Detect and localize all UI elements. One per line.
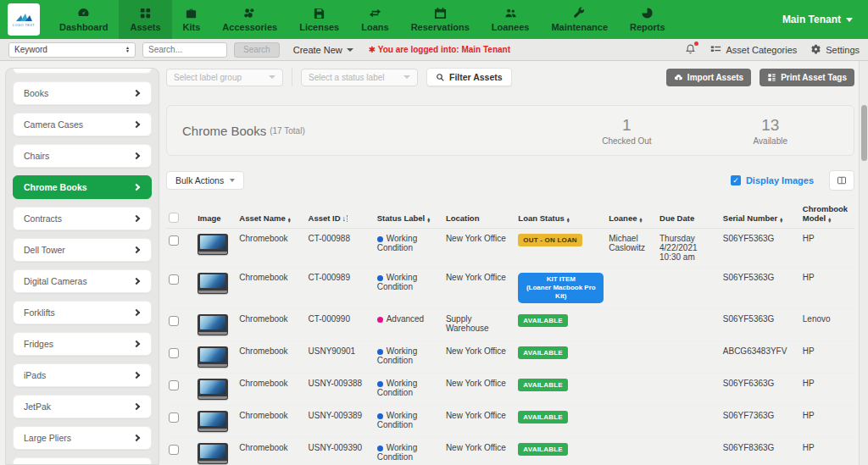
search-input[interactable] [142,42,227,58]
cell-asset-name[interactable]: Chromebook [236,438,305,465]
table-row[interactable]: Chromebook USNY-009389 Working Condition… [166,406,854,438]
asset-thumbnail[interactable] [198,411,228,432]
cell-asset-name[interactable]: Chromebook [236,268,305,309]
table-row[interactable]: Chromebook USNY-009388 Working Condition… [166,374,854,406]
cell-asset-id: USNY-009388 [306,374,375,406]
col-status-label[interactable]: Status Label▲▼ [375,201,443,229]
nav-item-loans[interactable]: Loans [350,0,399,39]
sidebar-item-contracts[interactable]: Contracts [13,207,152,230]
table-row[interactable]: Chromebook CT-000990 Advanced Supply War… [166,309,854,341]
display-images-label: Display Images [746,175,814,185]
maintenance-icon [573,7,586,19]
logo-text: LOGO TEXT [13,23,35,27]
col-model[interactable]: Chrombook Model▲▼ [800,201,854,229]
nav-item-licenses[interactable]: Licenses [288,0,350,39]
cell-asset-name[interactable]: Chromebook [236,374,305,406]
sidebar-item-large-pliers[interactable]: Large Pliers [13,426,152,450]
tenant-selector[interactable]: Main Tenant [782,0,868,39]
asset-thumbnail[interactable] [198,443,228,464]
asset-categories-button[interactable]: Asset Categories [710,44,797,55]
asset-thumbnail[interactable] [198,234,228,255]
sidebar-item-fridges[interactable]: Fridges [13,332,152,356]
row-checkbox[interactable] [169,316,179,326]
sidebar-item-digital-cameras[interactable]: Digital Cameras [13,269,152,293]
import-assets-button[interactable]: Import Assets [666,69,751,86]
column-settings-button[interactable] [829,170,854,191]
sidebar-item-ipads[interactable]: iPads [13,363,152,387]
asset-thumbnail[interactable] [198,273,228,294]
cell-loanee [606,268,657,309]
nav-item-reservations[interactable]: Reservations [400,0,481,39]
nav-item-reports[interactable]: Reports [619,0,676,39]
sidebar-item-chairs[interactable]: Chairs [13,144,152,168]
checkbox-checked-icon[interactable]: ✓ [731,175,741,185]
keyword-select[interactable]: Keyword ▲▼ [8,42,136,58]
nav-item-maintenance[interactable]: Maintenance [540,0,619,39]
nav-item-accessories[interactable]: Accessories [211,0,288,39]
sidebar-item-chrome-books[interactable]: Chrome Books [13,175,152,199]
nav-item-dashboard[interactable]: Dashboard [48,0,119,39]
vertical-scrollbar[interactable] [859,61,868,465]
sidebar-item-books[interactable]: Books [13,81,152,105]
asset-thumbnail[interactable] [198,346,228,368]
cell-loanee [606,406,657,438]
sidebar-item-jetpak[interactable]: JetPak [13,395,152,418]
sort-desc-icon: ↓ [342,214,347,223]
table-row[interactable]: Chromebook CT-000989 Working Condition N… [166,268,854,309]
sidebar-item-partial-bottom[interactable] [13,457,152,465]
cell-loan-status: AVAILABLE [515,438,606,465]
select-all-checkbox[interactable] [169,213,179,223]
cell-asset-name[interactable]: Chromebook [236,406,305,438]
cell-asset-name[interactable]: Chromebook [236,229,305,268]
cell-due-date [657,438,721,465]
checked-out-value: 1 [602,116,651,135]
chevron-right-icon [133,152,140,159]
table-row[interactable]: Chromebook USNY-009390 Working Condition… [166,438,854,465]
notification-dot [694,42,698,46]
nav-items: Dashboard Assets Kits Accessories Licens… [48,0,676,39]
cell-location: New York Office [443,406,515,438]
scrollbar-thumb[interactable] [861,105,867,161]
nav-item-kits[interactable]: Kits [172,0,212,39]
asset-thumbnail[interactable] [198,314,228,335]
cell-asset-name[interactable]: Chromebook [236,309,305,341]
chevron-down-icon [347,48,353,52]
status-label-placeholder: Select a status label [309,73,385,82]
label-group-select[interactable]: Select label group [166,69,283,86]
sidebar-item-dell-tower[interactable]: Dell Tower [13,238,152,262]
app-logo[interactable]: LOGO TEXT [8,3,40,36]
status-label-select[interactable]: Select a status label [301,69,418,86]
col-asset-id[interactable]: Asset ID↓ [306,201,375,229]
bulk-actions-button[interactable]: Bulk Actions [166,171,244,190]
nav-item-assets[interactable]: Assets [119,0,171,39]
sidebar-item-partial-top[interactable] [13,69,152,74]
row-checkbox[interactable] [169,445,179,455]
search-button[interactable]: Search [234,42,280,58]
col-asset-name[interactable]: Asset Name▲▼ [236,201,305,229]
row-checkbox[interactable] [169,348,179,358]
col-serial-number[interactable]: Serial Number▲▼ [721,201,800,229]
cell-asset-name[interactable]: Chromebook [236,341,305,374]
cell-serial: S06YF5363G [721,309,800,341]
col-loanee[interactable]: Loanee▲▼ [606,201,657,229]
sidebar-item-camera-cases[interactable]: Camera Cases [13,113,152,136]
nav-item-loanees[interactable]: Loanees [481,0,541,39]
row-checkbox[interactable] [169,235,179,246]
row-checkbox[interactable] [169,380,179,390]
row-checkbox[interactable] [169,412,179,423]
cell-asset-id: USNY90901 [306,341,375,374]
checked-out-stat: 1 Checked Out [602,116,651,146]
asset-thumbnail[interactable] [198,379,228,400]
cell-location: New York Office [443,438,515,465]
notifications-bell-button[interactable] [685,43,697,56]
sidebar-item-forklifts[interactable]: Forklifts [13,301,152,324]
row-checkbox[interactable] [169,274,179,285]
print-asset-tags-button[interactable]: Print Asset Tags [760,69,854,86]
table-row[interactable]: Chromebook CT-000988 Working Condition N… [166,229,854,268]
create-new-dropdown[interactable]: Create New [293,45,353,55]
display-images-toggle[interactable]: ✓ Display Images [731,175,814,185]
filter-assets-button[interactable]: Filter Assets [426,68,512,86]
col-loan-status[interactable]: Loan Status▲▼ [515,201,606,229]
settings-button[interactable]: Settings [810,44,860,55]
table-row[interactable]: Chromebook USNY90901 Working Condition N… [166,341,854,374]
